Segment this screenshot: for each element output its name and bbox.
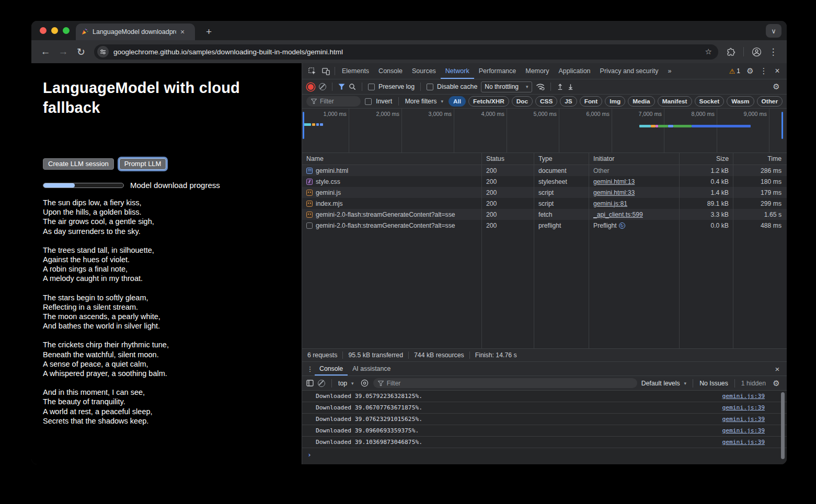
reload-button[interactable]: ↻ [73, 44, 89, 60]
column-header-status[interactable]: Status [482, 153, 534, 165]
extensions-puzzle-icon[interactable] [723, 44, 738, 59]
tab-search-button[interactable]: ∨ [766, 24, 781, 38]
table-row[interactable]: gemini.js 200 script gemini.html:33 1.4 … [302, 187, 787, 198]
clear-console-icon[interactable] [318, 380, 325, 387]
filter-funnel-icon[interactable] [338, 84, 345, 90]
column-header-initiator[interactable]: Initiator [589, 153, 680, 165]
live-expression-eye-icon[interactable] [360, 379, 369, 387]
record-network-log-icon[interactable] [308, 84, 314, 90]
console-message[interactable]: Downloaded 39.06707763671875%. gemini.js… [302, 402, 787, 414]
drawer-menu-kebab-icon[interactable]: ⋮ [305, 362, 315, 375]
chip-manifest[interactable]: Manifest [658, 96, 692, 107]
browser-menu-kebab-icon[interactable]: ⋮ [766, 44, 780, 59]
address-bar[interactable]: googlechrome.github.io/samples/downloadi… [94, 44, 718, 60]
chip-js[interactable]: JS [560, 96, 577, 107]
network-conditions-icon[interactable] [536, 83, 545, 90]
column-header-name[interactable]: Name [302, 153, 482, 165]
overview-left-handle[interactable] [303, 112, 304, 139]
invert-checkbox[interactable] [365, 98, 372, 105]
devtools-menu-kebab-icon[interactable]: ⋮ [757, 65, 770, 77]
chip-media[interactable]: Media [628, 96, 654, 107]
devtools-close-icon[interactable]: × [771, 65, 784, 77]
more-filters-label[interactable]: More filters [405, 98, 437, 105]
chip-socket[interactable]: Socket [695, 96, 725, 107]
console-settings-gear-icon[interactable]: ⚙ [770, 377, 783, 390]
devtools-settings-gear-icon[interactable]: ⚙ [744, 65, 756, 77]
chip-css[interactable]: CSS [535, 96, 557, 107]
console-sidebar-icon[interactable] [306, 380, 314, 386]
close-window-button[interactable] [40, 27, 47, 34]
column-header-size[interactable]: Size [680, 153, 733, 165]
drawer-tab-ai-assistance[interactable]: AI assistance [348, 362, 395, 376]
tab-memory[interactable]: Memory [521, 64, 554, 79]
tab-sources[interactable]: Sources [407, 64, 441, 79]
table-row[interactable]: gemini-2.0-flash:streamGenerateContent?a… [302, 220, 787, 231]
profile-avatar[interactable] [749, 44, 764, 59]
network-overview-timeline[interactable]: 1,000 ms 2,000 ms 3,000 ms 4,000 ms 5,00… [302, 109, 787, 153]
disable-cache-checkbox[interactable] [427, 84, 433, 90]
console-source-link[interactable]: gemini.js:39 [722, 393, 765, 400]
import-har-icon[interactable] [557, 83, 564, 90]
drawer-tab-console[interactable]: Console [315, 362, 348, 376]
request-initiator-link[interactable]: gemini.html:33 [593, 189, 635, 196]
console-message[interactable]: Downloaded 39.05792236328125%. gemini.js… [302, 391, 787, 402]
tab-close-icon[interactable]: × [180, 28, 185, 36]
console-source-link[interactable]: gemini.js:39 [722, 427, 765, 434]
forward-button[interactable]: → [55, 44, 71, 60]
console-message[interactable]: Downloaded 39.0960693359375%. gemini.js:… [302, 425, 787, 437]
bookmark-star-icon[interactable]: ☆ [702, 47, 715, 56]
drawer-close-icon[interactable]: × [771, 362, 784, 375]
console-context-select[interactable]: top [338, 380, 347, 387]
request-initiator-link[interactable]: _api_client.ts:599 [593, 211, 643, 218]
issues-warning-badge[interactable]: ⚠ 1 [727, 67, 743, 75]
request-initiator-link[interactable]: gemini.js:81 [593, 200, 627, 207]
more-tabs-icon[interactable]: » [663, 64, 676, 79]
no-issues-label[interactable]: No Issues [699, 380, 728, 387]
console-prompt[interactable]: › [302, 448, 787, 461]
chip-other[interactable]: Other [757, 96, 783, 107]
preserve-log-checkbox[interactable] [368, 84, 375, 90]
column-header-time[interactable]: Time [733, 153, 786, 165]
console-source-link[interactable]: gemini.js:39 [722, 439, 765, 446]
console-filter-input[interactable]: Filter [373, 378, 637, 388]
tab-network[interactable]: Network [441, 64, 474, 79]
site-info-icon[interactable] [97, 46, 109, 57]
console-source-link[interactable]: gemini.js:39 [722, 404, 765, 411]
export-har-icon[interactable] [567, 83, 574, 90]
chip-fetch-xhr[interactable]: Fetch/XHR [468, 96, 509, 107]
overview-right-handle[interactable] [781, 112, 783, 139]
tab-privacy-and-security[interactable]: Privacy and security [595, 64, 663, 79]
minimize-window-button[interactable] [51, 27, 58, 34]
network-filter-input[interactable]: Filter [306, 96, 361, 107]
request-initiator-link[interactable]: gemini.html:13 [593, 178, 635, 185]
search-icon[interactable] [349, 83, 356, 90]
default-levels-select[interactable]: Default levels [641, 380, 680, 387]
chip-all[interactable]: All [449, 96, 466, 107]
column-header-type[interactable]: Type [534, 153, 589, 165]
tab-application[interactable]: Application [554, 64, 595, 79]
maximize-window-button[interactable] [63, 27, 70, 34]
clear-network-log-icon[interactable] [319, 83, 326, 90]
console-message[interactable]: Downloaded 39.07623291015625%. gemini.js… [302, 414, 787, 425]
table-row[interactable]: index.mjs 200 script gemini.js:81 89.1 k… [302, 198, 787, 209]
tab-elements[interactable]: Elements [337, 64, 374, 79]
table-row[interactable]: style.css 200 stylesheet gemini.html:13 … [302, 176, 787, 187]
chip-doc[interactable]: Doc [512, 96, 533, 107]
chip-img[interactable]: Img [605, 96, 625, 107]
console-scrollbar[interactable] [781, 392, 785, 459]
inspect-element-icon[interactable] [305, 65, 319, 77]
chip-font[interactable]: Font [580, 96, 603, 107]
chip-wasm[interactable]: Wasm [727, 96, 754, 107]
prompt-llm-button[interactable]: Prompt LLM [119, 158, 167, 170]
network-settings-gear-icon[interactable]: ⚙ [770, 80, 783, 93]
table-row[interactable]: gemini-2.0-flash:streamGenerateContent?a… [302, 209, 787, 220]
table-row[interactable]: gemini.html 200 document Other 1.2 kB 28… [302, 165, 787, 176]
browser-tab[interactable]: LanguageModel downloadpro × [76, 24, 195, 40]
device-toolbar-icon[interactable] [319, 65, 332, 77]
console-source-link[interactable]: gemini.js:39 [722, 416, 765, 423]
tab-performance[interactable]: Performance [474, 64, 521, 79]
console-message[interactable]: Downloaded 39.10369873046875%. gemini.js… [302, 437, 787, 448]
new-tab-button[interactable]: + [202, 25, 216, 38]
throttling-select[interactable]: No throttling ▾ [481, 81, 532, 92]
create-llm-session-button[interactable]: Create LLM session [43, 158, 114, 170]
